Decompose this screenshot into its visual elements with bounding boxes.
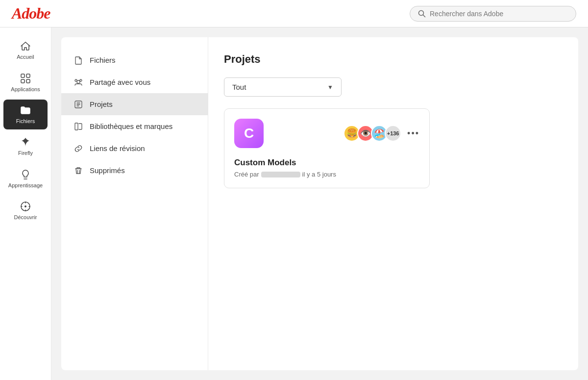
sidebar-label-bibliotheques: Bibliothèques et marques	[90, 122, 172, 130]
sidebar-item-partage[interactable]: Partagé avec vous	[61, 71, 208, 93]
creator-name-blurred	[261, 172, 300, 177]
project-thumbnail: C	[234, 119, 264, 148]
svg-point-13	[80, 79, 82, 81]
main-content: Projets Tout ▼ C 🍔 👁️	[208, 37, 578, 370]
svg-point-12	[77, 80, 80, 83]
sidebar-item-supprimes[interactable]: Supprimés	[61, 159, 208, 181]
search-icon	[418, 9, 426, 18]
dropdown-value: Tout	[232, 83, 246, 91]
svg-line-1	[423, 15, 425, 17]
sidebar-label-liens: Liens de révision	[90, 144, 145, 152]
sidebar-item-firefly[interactable]: Firefly	[3, 131, 48, 161]
project-card[interactable]: C 🍔 👁️ 🏖️ +136 ••• Custom Models	[224, 108, 430, 188]
sidebar-item-apprentissage[interactable]: Apprentissage	[3, 164, 48, 194]
svg-point-14	[75, 79, 77, 81]
sidebar-item-liens[interactable]: Liens de révision	[61, 137, 208, 159]
library-icon	[73, 121, 84, 131]
main-layout: Accueil Applications Fichiers	[0, 27, 588, 380]
sidebar-item-decouvrir[interactable]: Découvrir	[3, 196, 48, 226]
svg-point-11	[24, 205, 26, 207]
folder-icon	[20, 104, 31, 116]
sidebar-label-supprimes: Supprimés	[90, 166, 125, 175]
home-icon	[20, 40, 31, 52]
firefly-icon	[20, 136, 31, 148]
dropdown-wrapper: Tout ▼	[224, 77, 563, 97]
card-top: C 🍔 👁️ 🏖️ +136 •••	[234, 119, 419, 148]
discover-icon	[20, 201, 31, 212]
white-card: Fichiers Partagé avec vous	[61, 37, 578, 370]
apps-icon	[20, 72, 31, 84]
svg-rect-5	[26, 79, 30, 83]
chevron-down-icon: ▼	[327, 84, 333, 91]
sidebar-item-label-apprentissage: Apprentissage	[8, 182, 43, 189]
card-avatars: 🍔 👁️ 🏖️ +136	[343, 125, 401, 142]
file-icon	[73, 55, 84, 65]
sidebar-item-label-accueil: Accueil	[17, 54, 34, 60]
sidebar-item-fichiers-secondary[interactable]: Fichiers	[61, 49, 208, 71]
sidebar-item-fichiers[interactable]: Fichiers	[3, 100, 48, 129]
sidebar-item-label-decouvrir: Découvrir	[14, 214, 37, 221]
projets-icon	[73, 99, 84, 109]
content-panel: Fichiers Partagé avec vous	[51, 27, 588, 380]
adobe-logo: Adobe	[12, 4, 50, 23]
share-icon	[73, 77, 84, 87]
link-icon	[73, 143, 84, 153]
trash-icon	[73, 165, 84, 176]
sidebar-item-accueil[interactable]: Accueil	[3, 35, 48, 65]
sidebar-item-label-firefly: Firefly	[18, 150, 33, 156]
left-nav: Accueil Applications Fichiers	[0, 27, 51, 380]
sidebar-label-projets: Projets	[90, 100, 113, 108]
sidebar-item-applications[interactable]: Applications	[3, 67, 48, 97]
search-input[interactable]	[430, 10, 568, 18]
svg-rect-16	[75, 123, 78, 130]
sidebar-item-projets[interactable]: Projets	[61, 93, 208, 115]
created-by-label: Créé par	[234, 171, 259, 178]
filter-dropdown[interactable]: Tout ▼	[224, 77, 342, 97]
sidebar-label-partage: Partagé avec vous	[90, 78, 150, 86]
secondary-sidebar: Fichiers Partagé avec vous	[61, 37, 208, 370]
sidebar-item-label-applications: Applications	[11, 86, 40, 93]
top-bar: Adobe	[0, 0, 588, 27]
svg-rect-2	[21, 74, 24, 77]
more-options-button[interactable]: •••	[407, 128, 419, 139]
sidebar-item-bibliotheques[interactable]: Bibliothèques et marques	[61, 115, 208, 137]
lightbulb-icon	[20, 169, 31, 180]
sidebar-item-label-fichiers: Fichiers	[16, 118, 35, 125]
svg-rect-4	[21, 79, 24, 83]
sidebar-label-fichiers: Fichiers	[90, 56, 116, 64]
card-meta: Créé par il y a 5 jours	[234, 171, 419, 178]
page-title: Projets	[224, 53, 563, 66]
time-label: il y a 5 jours	[302, 171, 336, 178]
avatar-count: +136	[385, 125, 401, 142]
search-bar[interactable]	[410, 6, 576, 22]
project-name: Custom Models	[234, 158, 419, 168]
svg-rect-3	[26, 74, 30, 77]
